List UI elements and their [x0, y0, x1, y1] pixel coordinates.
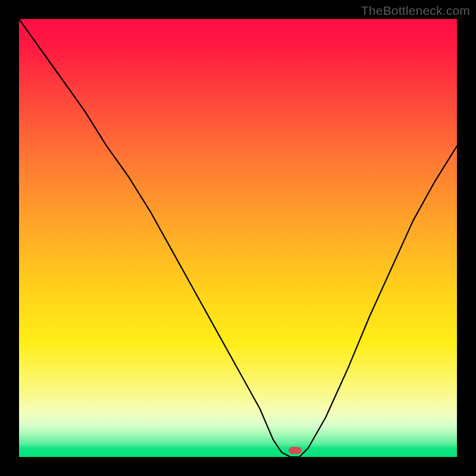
curve-layer: [19, 19, 457, 457]
bottleneck-curve: [19, 19, 457, 457]
watermark-text: TheBottleneck.com: [361, 4, 470, 18]
bottleneck-chart: TheBottleneck.com: [0, 0, 476, 476]
plot-area: [19, 19, 457, 457]
